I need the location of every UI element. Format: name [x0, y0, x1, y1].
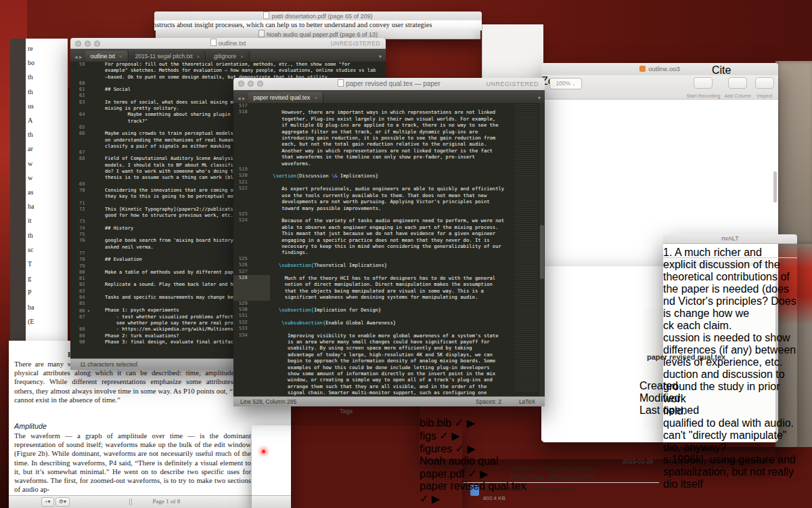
- nvalt-note-body[interactable]: 1. A much richer and explicit discussion…: [663, 247, 797, 490]
- tab-close-icon[interactable]: ×: [314, 95, 317, 101]
- minimize-button[interactable]: [85, 41, 91, 47]
- editor-tab[interactable]: .gitignore×: [207, 51, 250, 62]
- margin-fragment: as: [28, 185, 68, 199]
- line-number: 78: [70, 257, 105, 263]
- patti-text-line: constructs about insight processes, whic…: [154, 20, 432, 30]
- line-number: 61: [70, 87, 105, 93]
- file-row[interactable]: paper revised qual.tex ✓ ▶: [420, 480, 531, 505]
- note-entry[interactable]: ant Rosen – long list of abuses: [511, 465, 660, 473]
- margin-fragment: sc: [28, 242, 68, 257]
- front-tabs: paper revised qual.tex×: [248, 92, 325, 103]
- finder-column-2[interactable]: bib.bib ✓ ▶ figs ✓ ▶ figures ✓ ▶: [420, 417, 531, 508]
- noah-pdf-toolbar: +▾ ⚙▾ Page 1 of 8: [9, 495, 291, 508]
- line-text: However, there are important ways in whi…: [270, 109, 499, 167]
- margin-fragment: w: [28, 156, 68, 171]
- tab-close-icon[interactable]: ×: [119, 54, 122, 60]
- note-line: 1. A much richer and explicit discussion…: [663, 247, 797, 295]
- note-entry[interactable]: ted by Israel - BDS originated w: [511, 473, 660, 481]
- tab-close-icon[interactable]: ×: [240, 54, 244, 60]
- back-window-title: outline.txt: [219, 39, 246, 47]
- zoom-plus-button[interactable]: +▾: [41, 497, 54, 507]
- pdf-doc-icon: [263, 12, 269, 19]
- front-title-bar[interactable]: paper revised qual.tex — paper UNREGISTE…: [233, 78, 545, 91]
- line-number: 524: [233, 217, 270, 255]
- oo-window-title: outline.oo3: [648, 65, 679, 72]
- indent-setting[interactable]: Spaces: 2: [476, 398, 519, 405]
- line-number: 89: [70, 333, 105, 339]
- pane-divider-handle[interactable]: [129, 499, 132, 505]
- vu-meter-right: [252, 475, 326, 508]
- line-text: Considering the innovations that are com…: [105, 188, 239, 200]
- tab-overflow-icon[interactable]: ▾: [538, 95, 541, 101]
- file-row[interactable]: Noah audio qual paper.pdf ✓ ▶: [420, 455, 531, 480]
- tab-overflow-icon[interactable]: ▾: [379, 54, 382, 60]
- margin-fragment: P: [28, 285, 68, 299]
- syntax-setting[interactable]: LaTeX: [519, 398, 545, 405]
- line-text: Field of Computational Auditory Scene An…: [105, 156, 239, 181]
- margin-fragment: us: [28, 99, 68, 113]
- line-text: Improving visibility to enable more glob…: [270, 333, 499, 397]
- line-number: 83: [70, 289, 105, 295]
- caret-position: Line 528, Column 285: [233, 398, 296, 405]
- oo-scrollbar[interactable]: [773, 171, 777, 203]
- zoom-stepper[interactable]: 100% ⌄: [549, 78, 582, 89]
- back-title-bar[interactable]: outline.txt UNREGISTERED: [70, 38, 386, 49]
- line-number: 528: [233, 275, 270, 301]
- close-button[interactable]: [75, 41, 81, 47]
- line-text: As expert professionals, audio engineers…: [270, 186, 504, 211]
- code-line: 530 \subsection{Implication for Design}: [233, 307, 545, 313]
- line-text: \subsubsection{Enable Global Awareness}: [270, 320, 396, 326]
- finder-files: bib.bib ✓ ▶ figs ✓ ▶ figures ✓ ▶: [420, 417, 531, 508]
- line-number: 85: [70, 301, 105, 307]
- sync-check-icon: ✓: [468, 468, 476, 480]
- window-controls[interactable]: [238, 81, 263, 87]
- tab-nav-arrows[interactable]: ◂ ▸: [70, 54, 85, 62]
- code-line: 533: [233, 326, 545, 332]
- line-number: 87: [70, 314, 105, 327]
- nvalt-title-bar[interactable]: nvALT: [663, 234, 797, 244]
- line-text: Phase 2: turk evaluations?: [105, 333, 179, 339]
- toolbar-button[interactable]: Inspect: [755, 75, 774, 99]
- sync-check-icon: ✓: [455, 417, 464, 429]
- edit-tab[interactable]: paper revised qual.tex×: [248, 92, 323, 103]
- stepper-arrows-icon[interactable]: ⌄: [572, 82, 576, 86]
- editor-scrollbar[interactable]: [539, 103, 545, 397]
- omnioutliner-doc-icon: [639, 66, 646, 72]
- close-button[interactable]: [238, 81, 244, 87]
- window-controls[interactable]: [75, 41, 100, 47]
- file-row[interactable]: figs ✓ ▶: [420, 429, 531, 442]
- toolbar-button[interactable]: Add Column: [724, 75, 751, 99]
- toolbar-button[interactable]: Start Recording: [687, 75, 721, 99]
- minimap[interactable]: [515, 104, 538, 391]
- tab-nav-arrows[interactable]: ◂ ▸: [233, 95, 248, 103]
- front-editor[interactable]: 517 518 However, there are important way…: [233, 103, 545, 397]
- code-line: 534 Improving visibility to enable more …: [233, 333, 545, 397]
- zoom-button[interactable]: [94, 41, 100, 47]
- divider: [663, 257, 797, 258]
- editor-tab[interactable]: 2015-11 segal pitch.txt×: [130, 51, 206, 62]
- scrollbar-thumb[interactable]: [540, 225, 544, 279]
- front-window-title: paper revised qual.tex — paper: [346, 80, 441, 87]
- patti-title-bar[interactable]: patti dissertation.pdf (page 65 of 209): [154, 12, 482, 21]
- file-row[interactable]: figures ✓ ▶: [420, 442, 531, 455]
- gear-menu-button[interactable]: ⚙▾: [55, 497, 70, 507]
- line-number: 71: [70, 200, 105, 207]
- margin-fragment: ar: [28, 142, 68, 156]
- code-line: 528 Much of the theory HCI has to offer …: [233, 275, 545, 301]
- editor-tab[interactable]: outline.txt×: [85, 51, 129, 62]
- line-number: 81: [70, 276, 105, 282]
- line-text: \subsection{Theoretical Implications}: [270, 262, 387, 268]
- file-row[interactable]: bib.bib ✓ ▶: [420, 417, 531, 429]
- selection-status: 11 characters selected: [70, 361, 137, 368]
- desktop: patti dissertation.pdf (page 65 of 209) …: [0, 0, 812, 508]
- tags-column-header[interactable]: Tags: [340, 408, 353, 415]
- oo-title-bar[interactable]: outline.oo3: [541, 63, 778, 76]
- margin-fragment: re: [28, 41, 68, 56]
- line-text: [270, 103, 281, 109]
- zoom-button[interactable]: [257, 81, 263, 87]
- tab-close-icon[interactable]: ×: [197, 54, 200, 60]
- chevron-right-icon: ▶: [451, 430, 459, 442]
- file-row[interactable]: paper.aux ✓ ▶: [420, 505, 531, 508]
- minimize-button[interactable]: [248, 81, 254, 87]
- line-text: In terms of social, what does social mix…: [105, 100, 242, 112]
